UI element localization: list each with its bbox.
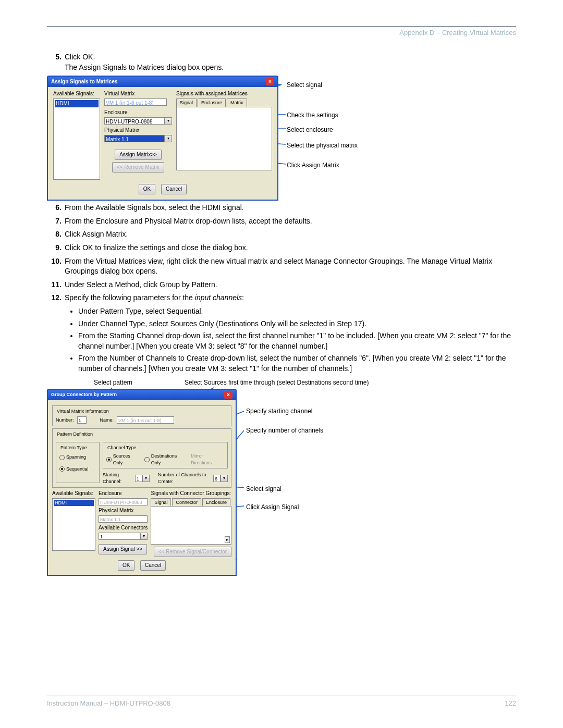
figure-assign-signals: Assign Signals to Matrices × Available S… bbox=[47, 76, 516, 201]
tab-enclosure[interactable]: Enclosure bbox=[202, 498, 230, 507]
radio-spanning[interactable]: Spanning bbox=[59, 454, 86, 461]
enclosure-dropdown[interactable]: HDMI-UTPRO-0808 ▾ bbox=[104, 117, 172, 125]
step-text: Click Assign Matrix. bbox=[65, 229, 516, 240]
step-num: 10. bbox=[47, 256, 65, 267]
callout-select-sources: Select Sources first time through (selec… bbox=[185, 378, 369, 387]
callout-check-settings: Check the settings bbox=[287, 111, 338, 120]
ok-button[interactable]: OK bbox=[118, 560, 134, 571]
dialog-title-bar: Group Connectors by Pattern × bbox=[48, 390, 236, 400]
content: 5. Click OK. The Assign Signals to Matri… bbox=[47, 52, 516, 576]
callout-click-assign-signal: Click Assign Signal bbox=[246, 503, 299, 512]
enclosure-field[interactable]: HDMI-UTPRO-0808 bbox=[99, 498, 148, 505]
callout-select-signal: Select signal bbox=[246, 485, 282, 493]
available-signals-label: Available Signals: bbox=[53, 90, 100, 97]
page-number: 122 bbox=[505, 699, 516, 707]
step-num: 5. bbox=[47, 52, 65, 63]
page-footer: Instruction Manual – HDMI-UTPRO-0808 122 bbox=[47, 696, 516, 707]
callout-select-physical: Select the physical matrix bbox=[287, 141, 358, 150]
step-num: 9. bbox=[47, 243, 65, 253]
tab-signal[interactable]: Signal bbox=[176, 98, 197, 107]
step-num: 7. bbox=[47, 216, 65, 227]
callout-num-channels: Specify number of channels bbox=[246, 426, 323, 435]
close-icon[interactable]: × bbox=[266, 78, 274, 85]
enclosure-label: Enclosure bbox=[104, 109, 172, 116]
pattern-def-group: Pattern Definition Pattern Type Spanning… bbox=[52, 428, 231, 488]
cancel-button[interactable]: Cancel bbox=[140, 560, 166, 571]
assign-matrix-button[interactable]: Assign Matrix>> bbox=[115, 150, 162, 160]
signals-assigned-label: Signals with assigned Matrices bbox=[176, 90, 272, 97]
dialog-title: Assign Signals to Matrices bbox=[51, 78, 117, 85]
available-connectors-dropdown[interactable]: 1▾ bbox=[99, 533, 148, 540]
callout-starting-channel: Specify starting channel bbox=[246, 407, 312, 416]
starting-channel-dropdown[interactable]: 1▾ bbox=[135, 475, 150, 482]
dialog-group-connectors: Group Connectors by Pattern × Virtual Ma… bbox=[47, 389, 237, 576]
available-signals-list[interactable]: HDMI bbox=[53, 98, 100, 180]
mirror-label: Mirror Directions bbox=[191, 453, 224, 466]
scroll-right-icon[interactable]: ▸ bbox=[225, 536, 230, 543]
step-num: 12. bbox=[47, 293, 65, 303]
bullet-item: From the Starting Channel drop-down list… bbox=[78, 331, 516, 351]
step-text: Click OK. The Assign Signals to Matrices… bbox=[65, 52, 516, 72]
physical-matrix-dropdown[interactable]: Matrix 1.1 ▾ bbox=[104, 135, 172, 142]
vmi-group: Virtual Matrix Information Number: 1 Nam… bbox=[52, 405, 231, 427]
channel-type-group: Channel Type Sources Only Destinations O… bbox=[103, 442, 228, 469]
footer-left: Instruction Manual – HDMI-UTPRO-0808 bbox=[47, 699, 170, 707]
chevron-down-icon[interactable]: ▾ bbox=[221, 475, 228, 482]
list-item[interactable]: HDMI bbox=[54, 500, 94, 507]
figure-group-connectors: Select pattern Select Sources first time… bbox=[47, 378, 516, 550]
connector-grid: ▸ bbox=[151, 507, 231, 545]
close-icon[interactable]: × bbox=[224, 391, 232, 399]
chevron-down-icon[interactable]: ▾ bbox=[165, 117, 172, 125]
step-text: Specify the following parameters for the… bbox=[65, 293, 516, 303]
callout-select-pattern: Select pattern bbox=[94, 378, 132, 387]
available-signals-list[interactable]: HDMI bbox=[52, 498, 95, 551]
pattern-type-group: Pattern Type Spanning Sequential bbox=[56, 442, 100, 483]
chevron-down-icon[interactable]: ▾ bbox=[142, 475, 150, 482]
tab-connector[interactable]: Connector bbox=[172, 498, 201, 507]
header-breadcrumb: Appendix D – Creating Virtual Matrices bbox=[47, 29, 516, 36]
cancel-button[interactable]: Cancel bbox=[161, 184, 187, 194]
assign-signal-button[interactable]: Assign Signal >> bbox=[99, 544, 147, 554]
ok-button[interactable]: OK bbox=[139, 184, 155, 194]
dialog-assign-signals: Assign Signals to Matrices × Available S… bbox=[47, 76, 278, 201]
radio-sources[interactable]: Sources Only bbox=[106, 453, 140, 466]
radio-sequential[interactable]: Sequential bbox=[59, 466, 89, 473]
step-num: 11. bbox=[47, 280, 65, 290]
callout-select-enclosure: Select enclosure bbox=[287, 126, 333, 134]
virtual-matrix-field[interactable]: VM 1 (in 1-6 out 1-8) bbox=[104, 98, 167, 106]
step-num: 8. bbox=[47, 229, 65, 240]
physical-matrix-label: Physical Matrix bbox=[104, 127, 172, 134]
virtual-matrix-label: Virtual Matrix bbox=[104, 90, 172, 97]
signals-grid bbox=[176, 107, 272, 170]
chevron-down-icon[interactable]: ▾ bbox=[165, 135, 172, 142]
step-text: From the Available Signals box, select t… bbox=[65, 203, 516, 213]
radio-destinations[interactable]: Destinations Only bbox=[144, 453, 187, 466]
name-field[interactable]: VM 1 (in 1-6 out 1-8) bbox=[117, 416, 174, 424]
step-num: 6. bbox=[47, 203, 65, 213]
dialog-title-bar: Assign Signals to Matrices × bbox=[48, 77, 277, 87]
bullet-item: From the Number of Channels to Create dr… bbox=[78, 353, 516, 374]
num-channels-dropdown[interactable]: 6▾ bbox=[213, 475, 228, 482]
remove-matrix-button[interactable]: << Remove Matrix bbox=[112, 162, 164, 172]
callout-select-signal: Select signal bbox=[287, 81, 322, 90]
tab-matrix[interactable]: Matrix bbox=[227, 98, 247, 107]
remove-signal-button[interactable]: << Remove Signal/Connector bbox=[154, 547, 231, 557]
list-item[interactable]: HDMI bbox=[55, 100, 99, 107]
top-rule bbox=[47, 26, 516, 27]
tab-signal[interactable]: Signal bbox=[151, 498, 171, 507]
dialog-title: Group Connectors by Pattern bbox=[51, 391, 117, 398]
step-text: From the Enclosure and Physical Matrix d… bbox=[65, 216, 516, 227]
bullet-item: Under Channel Type, select Sources Only … bbox=[78, 319, 516, 329]
tab-enclosure[interactable]: Enclosure bbox=[198, 98, 226, 107]
step-text: From the Virtual Matrices view, right cl… bbox=[65, 256, 516, 277]
chevron-down-icon[interactable]: ▾ bbox=[140, 533, 148, 540]
step-text: Under Select a Method, click Group by Pa… bbox=[65, 280, 516, 290]
physical-matrix-field[interactable]: Matrix 1.1 bbox=[99, 515, 148, 523]
bullet-item: Under Pattern Type, select Sequential. bbox=[78, 306, 516, 317]
step-text: Click OK to finalize the settings and cl… bbox=[65, 243, 516, 253]
number-field[interactable]: 1 bbox=[77, 416, 87, 424]
tabs: Signal Enclosure Matrix bbox=[176, 98, 272, 107]
callout-click-assign: Click Assign Matrix bbox=[287, 161, 339, 170]
